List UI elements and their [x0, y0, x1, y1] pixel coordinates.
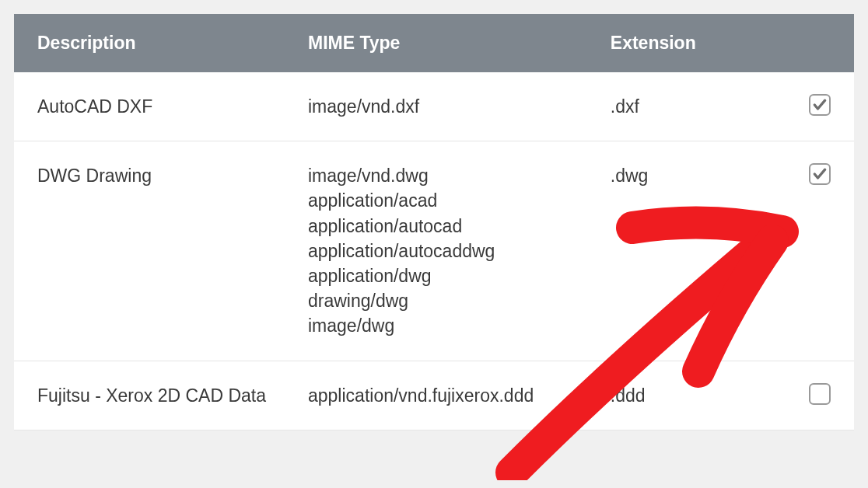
mime-type-table: Description MIME Type Extension AutoCAD … — [14, 14, 854, 430]
row-checkbox[interactable] — [809, 94, 831, 116]
cell-mime-list: application/vnd.fujixerox.ddd — [308, 383, 611, 408]
mime-value: application/vnd.fujixerox.ddd — [308, 383, 603, 408]
cell-extension: .dxf — [611, 94, 779, 119]
check-icon — [812, 166, 828, 182]
mime-value: application/autocad — [308, 214, 603, 239]
cell-mime-list: image/vnd.dwg application/acad applicati… — [308, 163, 611, 338]
mime-value: image/dwg — [308, 313, 603, 338]
row-checkbox[interactable] — [809, 383, 831, 405]
header-description: Description — [14, 33, 308, 54]
cell-description: DWG Drawing — [14, 163, 308, 338]
cell-extension: .dwg — [611, 163, 779, 338]
mime-value: drawing/dwg — [308, 288, 603, 313]
header-extension: Extension — [611, 33, 779, 54]
cell-mime-list: image/vnd.dxf — [308, 94, 611, 119]
table-row: Fujitsu - Xerox 2D CAD Data application/… — [14, 361, 854, 430]
table-row: DWG Drawing image/vnd.dwg application/ac… — [14, 141, 854, 361]
cell-description: Fujitsu - Xerox 2D CAD Data — [14, 383, 308, 408]
cell-description: AutoCAD DXF — [14, 94, 308, 119]
mime-value: application/dwg — [308, 263, 603, 288]
header-checkbox-col — [779, 33, 854, 54]
header-mime-type: MIME Type — [308, 33, 611, 54]
mime-value: application/autocaddwg — [308, 239, 603, 263]
row-checkbox[interactable] — [809, 163, 831, 185]
cell-extension: .ddd — [611, 383, 779, 408]
mime-value: image/vnd.dxf — [308, 94, 603, 119]
check-icon — [812, 97, 828, 113]
mime-value: image/vnd.dwg — [308, 163, 603, 188]
table-row: AutoCAD DXF image/vnd.dxf .dxf — [14, 72, 854, 141]
table-header-row: Description MIME Type Extension — [14, 14, 854, 72]
mime-value: application/acad — [308, 188, 603, 213]
